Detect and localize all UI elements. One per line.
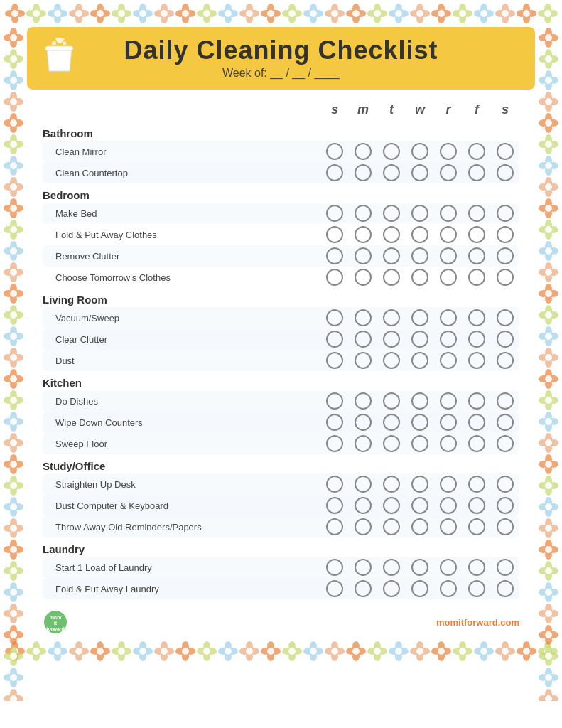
checkbox-circle[interactable] — [411, 226, 428, 243]
checkbox-circle[interactable] — [497, 309, 514, 326]
checkbox-circle[interactable] — [411, 559, 428, 576]
checkbox-circle[interactable] — [326, 497, 343, 514]
checkbox-circle[interactable] — [468, 226, 485, 243]
checkbox-circle[interactable] — [355, 559, 372, 576]
checkbox-circle[interactable] — [468, 247, 485, 264]
checkbox-circle[interactable] — [326, 435, 343, 452]
checkbox-circle[interactable] — [468, 331, 485, 348]
checkbox-circle[interactable] — [326, 205, 343, 222]
checkbox-circle[interactable] — [355, 269, 372, 286]
checkbox-circle[interactable] — [326, 164, 343, 181]
checkbox-circle[interactable] — [383, 497, 400, 514]
checkbox-circle[interactable] — [355, 164, 372, 181]
checkbox-circle[interactable] — [355, 247, 372, 264]
checkbox-circle[interactable] — [440, 559, 457, 576]
checkbox-circle[interactable] — [355, 205, 372, 222]
checkbox-circle[interactable] — [497, 414, 514, 431]
checkbox-circle[interactable] — [497, 580, 514, 597]
checkbox-circle[interactable] — [497, 226, 514, 243]
checkbox-circle[interactable] — [355, 352, 372, 369]
checkbox-circle[interactable] — [326, 309, 343, 326]
checkbox-circle[interactable] — [468, 435, 485, 452]
checkbox-circle[interactable] — [383, 518, 400, 535]
checkbox-circle[interactable] — [497, 559, 514, 576]
checkbox-circle[interactable] — [383, 331, 400, 348]
checkbox-circle[interactable] — [497, 164, 514, 181]
checkbox-circle[interactable] — [326, 226, 343, 243]
checkbox-circle[interactable] — [411, 205, 428, 222]
checkbox-circle[interactable] — [383, 392, 400, 410]
checkbox-circle[interactable] — [411, 352, 428, 369]
checkbox-circle[interactable] — [355, 226, 372, 243]
checkbox-circle[interactable] — [383, 435, 400, 452]
checkbox-circle[interactable] — [497, 205, 514, 222]
checkbox-circle[interactable] — [355, 414, 372, 431]
checkbox-circle[interactable] — [468, 269, 485, 286]
checkbox-circle[interactable] — [468, 497, 485, 514]
checkbox-circle[interactable] — [355, 476, 372, 493]
checkbox-circle[interactable] — [383, 580, 400, 597]
checkbox-circle[interactable] — [468, 205, 485, 222]
checkbox-circle[interactable] — [497, 331, 514, 348]
checkbox-circle[interactable] — [355, 331, 372, 348]
checkbox-circle[interactable] — [411, 497, 428, 514]
checkbox-circle[interactable] — [326, 392, 343, 410]
checkbox-circle[interactable] — [440, 205, 457, 222]
checkbox-circle[interactable] — [497, 435, 514, 452]
checkbox-circle[interactable] — [440, 497, 457, 514]
checkbox-circle[interactable] — [383, 352, 400, 369]
checkbox-circle[interactable] — [383, 559, 400, 576]
checkbox-circle[interactable] — [468, 143, 485, 160]
checkbox-circle[interactable] — [355, 518, 372, 535]
checkbox-circle[interactable] — [468, 476, 485, 493]
checkbox-circle[interactable] — [326, 143, 343, 160]
checkbox-circle[interactable] — [497, 476, 514, 493]
checkbox-circle[interactable] — [355, 435, 372, 452]
checkbox-circle[interactable] — [497, 518, 514, 535]
checkbox-circle[interactable] — [468, 580, 485, 597]
checkbox-circle[interactable] — [497, 392, 514, 410]
checkbox-circle[interactable] — [440, 414, 457, 431]
checkbox-circle[interactable] — [383, 476, 400, 493]
checkbox-circle[interactable] — [468, 559, 485, 576]
checkbox-circle[interactable] — [411, 143, 428, 160]
checkbox-circle[interactable] — [411, 247, 428, 264]
checkbox-circle[interactable] — [326, 414, 343, 431]
checkbox-circle[interactable] — [440, 226, 457, 243]
checkbox-circle[interactable] — [383, 164, 400, 181]
checkbox-circle[interactable] — [440, 476, 457, 493]
checkbox-circle[interactable] — [411, 435, 428, 452]
checkbox-circle[interactable] — [355, 143, 372, 160]
checkbox-circle[interactable] — [440, 580, 457, 597]
checkbox-circle[interactable] — [468, 392, 485, 410]
checkbox-circle[interactable] — [383, 226, 400, 243]
checkbox-circle[interactable] — [411, 309, 428, 326]
checkbox-circle[interactable] — [383, 205, 400, 222]
checkbox-circle[interactable] — [440, 331, 457, 348]
checkbox-circle[interactable] — [355, 309, 372, 326]
checkbox-circle[interactable] — [383, 309, 400, 326]
checkbox-circle[interactable] — [440, 352, 457, 369]
checkbox-circle[interactable] — [326, 559, 343, 576]
checkbox-circle[interactable] — [468, 352, 485, 369]
checkbox-circle[interactable] — [497, 143, 514, 160]
checkbox-circle[interactable] — [440, 269, 457, 286]
checkbox-circle[interactable] — [468, 414, 485, 431]
checkbox-circle[interactable] — [411, 476, 428, 493]
checkbox-circle[interactable] — [326, 247, 343, 264]
checkbox-circle[interactable] — [440, 247, 457, 264]
checkbox-circle[interactable] — [440, 309, 457, 326]
checkbox-circle[interactable] — [411, 580, 428, 597]
checkbox-circle[interactable] — [440, 143, 457, 160]
checkbox-circle[interactable] — [468, 518, 485, 535]
checkbox-circle[interactable] — [355, 392, 372, 410]
checkbox-circle[interactable] — [411, 518, 428, 535]
checkbox-circle[interactable] — [411, 414, 428, 431]
checkbox-circle[interactable] — [355, 497, 372, 514]
checkbox-circle[interactable] — [383, 414, 400, 431]
checkbox-circle[interactable] — [497, 497, 514, 514]
checkbox-circle[interactable] — [411, 331, 428, 348]
checkbox-circle[interactable] — [411, 392, 428, 410]
checkbox-circle[interactable] — [440, 435, 457, 452]
checkbox-circle[interactable] — [440, 164, 457, 181]
